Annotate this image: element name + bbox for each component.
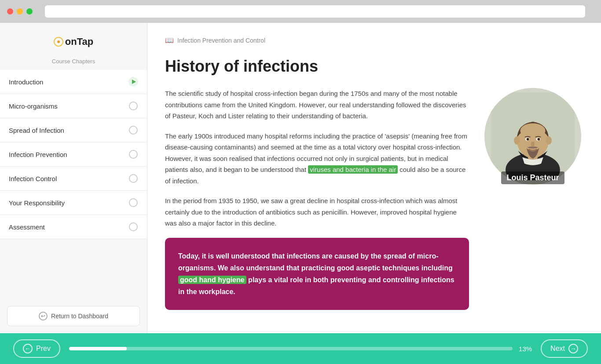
circle-icon — [129, 126, 138, 135]
paragraph-2: The early 1900s introduced many hospital… — [165, 131, 469, 187]
traffic-red[interactable] — [7, 8, 13, 15]
circle-icon — [129, 174, 138, 183]
sidebar-item-your-responsibility[interactable]: Your Responsibility — [0, 191, 147, 215]
svg-point-7 — [527, 138, 529, 141]
svg-point-9 — [514, 136, 520, 145]
chapter-icon-assessment — [128, 222, 138, 232]
chapter-icon-introduction — [128, 77, 138, 87]
return-to-dashboard-button[interactable]: ↩ Return to Dashboard — [7, 306, 140, 326]
circle-icon — [129, 222, 138, 231]
logo-text: onTap — [65, 36, 93, 47]
prev-label: Prev — [36, 345, 51, 353]
progress-label: 13% — [519, 345, 532, 353]
logo-area: onTap — [0, 32, 147, 58]
svg-point-4 — [520, 124, 545, 138]
chapter-list: Introduction Micro-organisms Spread of I… — [0, 70, 147, 299]
circle-icon — [129, 102, 138, 110]
highlight-hand-hygiene: good hand hygiene — [178, 276, 246, 284]
return-label: Return to Dashboard — [51, 313, 108, 320]
chapter-name: Micro-organisms — [9, 102, 58, 110]
chapter-icon-prevention — [128, 149, 138, 159]
portrait-caption: Louis Pasteur — [501, 171, 564, 184]
breadcrumb-text: Infection Prevention and Control — [177, 37, 265, 44]
next-arrow-icon: → — [568, 344, 578, 353]
circle-icon — [129, 198, 138, 207]
paragraph-3: In the period from 1935 to 1950, we saw … — [165, 195, 469, 229]
chapter-name: Spread of Infection — [9, 127, 64, 134]
sidebar-item-micro-organisms[interactable]: Micro-organisms — [0, 94, 147, 118]
chapter-icon-responsibility — [128, 198, 138, 207]
svg-point-8 — [537, 138, 540, 141]
highlight-box-text: Today, it is well understood that infect… — [178, 250, 456, 298]
book-icon: 📖 — [165, 36, 174, 44]
highlight-air: viruses and bacteria in the air — [308, 165, 398, 174]
prev-arrow-icon: ← — [23, 344, 33, 353]
next-button[interactable]: Next → — [541, 339, 588, 358]
sidebar-item-assessment[interactable]: Assessment — [0, 215, 147, 239]
portrait-area: Louis Pasteur — [482, 88, 583, 184]
chapter-name: Your Responsibility — [9, 199, 65, 207]
page-title: History of infections — [165, 57, 583, 76]
progress-fill — [69, 347, 127, 350]
play-triangle — [132, 80, 136, 84]
chapter-name: Assessment — [9, 223, 45, 231]
circle-icon — [129, 150, 138, 159]
portrait-circle — [484, 88, 581, 185]
paragraph-1: The scientific study of hospital cross-i… — [165, 88, 469, 122]
sidebar: onTap Course Chapters Introduction Micro… — [0, 23, 147, 333]
sidebar-item-introduction[interactable]: Introduction — [0, 70, 147, 94]
progress-track — [69, 347, 513, 350]
chapter-name: Introduction — [9, 78, 43, 86]
main-content: onTap Course Chapters Introduction Micro… — [0, 23, 601, 333]
play-icon — [128, 77, 138, 87]
return-circle-icon: ↩ — [39, 312, 48, 320]
highlight-box-before: Today, it is well understood that infect… — [178, 252, 453, 272]
next-label: Next — [550, 345, 565, 353]
svg-point-10 — [546, 136, 552, 145]
app-container: onTap Course Chapters Introduction Micro… — [0, 23, 601, 364]
breadcrumb: 📖 Infection Prevention and Control — [165, 36, 583, 44]
content-body: The scientific study of hospital cross-i… — [165, 88, 583, 310]
portrait-svg — [489, 92, 577, 180]
chapter-icon-spread — [128, 125, 138, 135]
sidebar-item-infection-control[interactable]: Infection Control — [0, 167, 147, 191]
logo-icon — [54, 37, 63, 47]
highlight-box: Today, it is well understood that infect… — [165, 238, 469, 310]
chapter-name: Infection Control — [9, 175, 57, 182]
traffic-green[interactable] — [26, 8, 33, 15]
sidebar-item-infection-prevention[interactable]: Infection Prevention — [0, 142, 147, 167]
progress-area: 13% — [69, 345, 532, 353]
chapter-icon-micro — [128, 101, 138, 111]
chapter-name: Infection Prevention — [9, 151, 67, 158]
url-bar[interactable] — [45, 5, 585, 18]
sidebar-item-spread-of-infection[interactable]: Spread of Infection — [0, 118, 147, 142]
section-label: Course Chapters — [0, 58, 147, 65]
bottom-bar: ← Prev 13% Next → — [0, 333, 601, 364]
text-content: The scientific study of hospital cross-i… — [165, 88, 469, 310]
chapter-icon-control — [128, 174, 138, 183]
content-area: 📖 Infection Prevention and Control Histo… — [147, 23, 601, 333]
title-bar — [0, 0, 601, 23]
logo-dot — [57, 40, 60, 43]
traffic-yellow[interactable] — [17, 8, 23, 15]
prev-button[interactable]: ← Prev — [13, 339, 60, 358]
